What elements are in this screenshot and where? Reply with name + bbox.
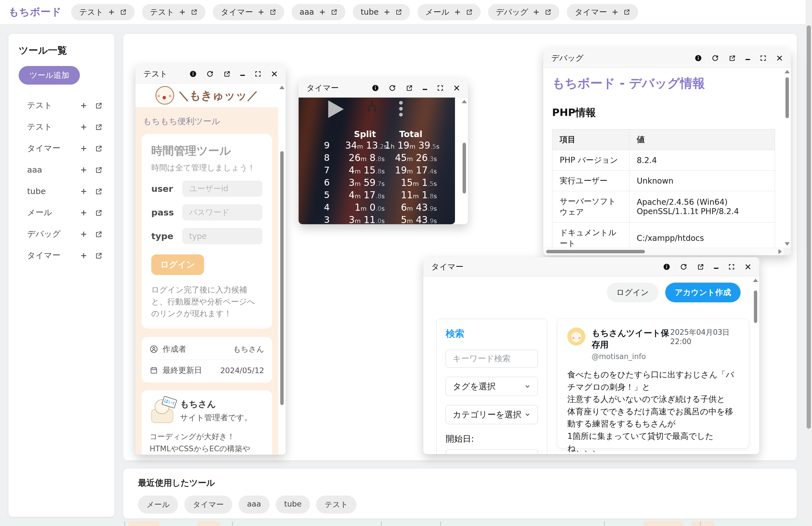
sidebar-tool-row[interactable]: aaa: [19, 159, 104, 181]
close-icon[interactable]: [271, 71, 278, 77]
plus-icon[interactable]: [80, 187, 87, 195]
plus-icon[interactable]: [611, 9, 619, 16]
minimize-icon[interactable]: [240, 75, 245, 76]
maximize-icon[interactable]: [760, 55, 767, 61]
info-icon[interactable]: [189, 70, 197, 78]
minimize-icon[interactable]: [745, 59, 750, 60]
plus-icon[interactable]: [80, 209, 87, 216]
external-link-icon[interactable]: [95, 230, 102, 238]
plus-icon[interactable]: [454, 9, 461, 16]
tool-tab[interactable]: タイマー: [213, 4, 284, 20]
minimize-icon[interactable]: [422, 89, 427, 90]
browser-vertical-scrollbar[interactable]: [806, 0, 812, 526]
popout-icon[interactable]: [697, 263, 704, 270]
test-window-scrollbar[interactable]: [278, 84, 286, 455]
scroll-up-arrow-icon[interactable]: [785, 70, 790, 73]
external-link-icon[interactable]: [95, 166, 102, 174]
scrollbar-thumb[interactable]: [785, 77, 789, 118]
plus-icon[interactable]: [80, 145, 87, 152]
sidebar-tool-row[interactable]: テスト: [19, 95, 104, 116]
sidebar-tool-row[interactable]: メール: [19, 202, 104, 223]
minimize-icon[interactable]: [714, 268, 719, 269]
external-link-icon[interactable]: [120, 9, 127, 16]
tool-tab[interactable]: aaa: [292, 4, 345, 20]
scrollbar-thumb[interactable]: [463, 143, 466, 194]
play-icon[interactable]: [328, 101, 344, 118]
add-tool-button[interactable]: ツール追加: [19, 66, 80, 85]
category-select[interactable]: カテゴリーを選択: [446, 405, 538, 424]
text-input[interactable]: パスワード: [182, 204, 262, 221]
refresh-icon[interactable]: [680, 263, 687, 270]
plus-icon[interactable]: [80, 252, 87, 259]
stopwatch-video[interactable]: Split Total 9 34m 13.2s 1h 19m 39.5s 8: [299, 97, 455, 224]
maximize-icon[interactable]: [437, 85, 444, 91]
sidebar-tool-row[interactable]: テスト: [19, 116, 104, 138]
refresh-icon[interactable]: [389, 84, 396, 92]
keyword-search-input[interactable]: キーワード検索: [446, 350, 538, 368]
sidebar-tool-row[interactable]: デバッグ: [19, 223, 104, 245]
external-link-icon[interactable]: [623, 9, 630, 16]
start-date-input[interactable]: 年 /月/日: [446, 449, 538, 454]
recent-tool-chip[interactable]: メール: [138, 496, 178, 514]
scrollbar-thumb[interactable]: [546, 250, 645, 253]
plus-icon[interactable]: [80, 102, 87, 109]
close-icon[interactable]: [744, 264, 751, 270]
plus-icon[interactable]: [108, 9, 115, 16]
sidebar-tool-row[interactable]: tube: [19, 181, 104, 202]
app-logo[interactable]: もちボード: [9, 5, 61, 19]
external-link-icon[interactable]: [395, 9, 402, 16]
external-link-icon[interactable]: [95, 209, 102, 216]
recent-tool-chip[interactable]: テスト: [316, 496, 357, 514]
plus-icon[interactable]: [383, 9, 391, 16]
tool-tab[interactable]: デバッグ: [488, 4, 560, 20]
scrollbar-thumb[interactable]: [280, 151, 284, 405]
window-timer-header[interactable]: タイマー: [299, 78, 468, 97]
maximize-icon[interactable]: [728, 264, 735, 270]
popout-icon[interactable]: [406, 84, 413, 92]
info-icon[interactable]: [695, 55, 702, 62]
debug-horizontal-scrollbar[interactable]: [543, 247, 783, 255]
scroll-right-arrow-icon[interactable]: [779, 249, 782, 254]
recent-tool-chip[interactable]: tube: [276, 496, 310, 514]
recent-tool-chip[interactable]: タイマー: [184, 496, 232, 514]
tag-select[interactable]: タグを選択: [446, 377, 538, 396]
external-link-icon[interactable]: [95, 102, 102, 109]
tweets-window-scrollbar[interactable]: [752, 276, 759, 454]
tool-tab[interactable]: tube: [353, 4, 410, 20]
external-link-icon[interactable]: [95, 252, 102, 259]
close-icon[interactable]: [776, 55, 783, 61]
external-link-icon[interactable]: [95, 123, 102, 131]
external-link-icon[interactable]: [466, 9, 473, 16]
scroll-down-arrow-icon[interactable]: [785, 242, 790, 246]
refresh-icon[interactable]: [206, 70, 214, 78]
recent-tool-chip[interactable]: aaa: [238, 496, 270, 514]
scroll-up-arrow-icon[interactable]: [753, 279, 758, 282]
refresh-icon[interactable]: [711, 55, 719, 62]
sidebar-tool-row[interactable]: タイマー: [19, 245, 104, 266]
plus-icon[interactable]: [257, 9, 265, 16]
tool-tab[interactable]: メール: [418, 4, 481, 20]
plus-icon[interactable]: [80, 166, 87, 174]
close-icon[interactable]: [453, 85, 460, 91]
plus-icon[interactable]: [533, 9, 540, 16]
tool-tab[interactable]: テスト: [142, 4, 205, 20]
window-timer-tweets-header[interactable]: タイマー: [423, 257, 759, 276]
window-test-header[interactable]: テスト: [135, 64, 286, 84]
tool-tab[interactable]: タイマー: [567, 4, 638, 20]
scroll-up-arrow-icon[interactable]: [462, 100, 467, 103]
popout-icon[interactable]: [728, 55, 736, 62]
info-icon[interactable]: [372, 84, 379, 92]
info-icon[interactable]: [663, 263, 670, 270]
plus-icon[interactable]: [319, 9, 326, 16]
debug-vertical-scrollbar[interactable]: [783, 68, 791, 248]
scrollbar-thumb[interactable]: [807, 25, 811, 429]
external-link-icon[interactable]: [95, 187, 102, 195]
split-branch-icon[interactable]: [362, 98, 380, 116]
external-link-icon[interactable]: [95, 145, 102, 152]
text-input[interactable]: type: [182, 228, 262, 244]
kebab-menu-icon[interactable]: [399, 101, 403, 119]
window-debug-header[interactable]: デバッグ: [543, 48, 791, 68]
plus-icon[interactable]: [80, 123, 87, 131]
external-link-icon[interactable]: [269, 9, 276, 16]
external-link-icon[interactable]: [545, 9, 551, 16]
